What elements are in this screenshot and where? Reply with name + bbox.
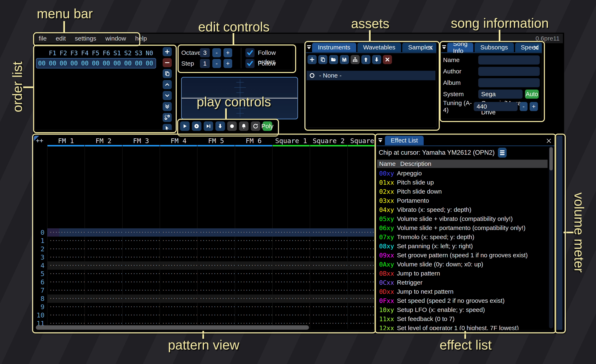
- move-up-button[interactable]: [361, 55, 370, 64]
- empty-pattern-cell[interactable]: ·············: [274, 262, 311, 270]
- move-down-button[interactable]: [372, 55, 381, 64]
- empty-pattern-cell[interactable]: ·············: [124, 294, 161, 303]
- empty-pattern-cell[interactable]: ·············: [350, 253, 375, 262]
- empty-pattern-cell[interactable]: ·············: [237, 278, 273, 286]
- tab-effect-list[interactable]: Effect List: [385, 136, 424, 145]
- order-column-S2[interactable]: S2: [122, 49, 133, 57]
- tab-wavetables[interactable]: Wavetables: [358, 43, 401, 52]
- empty-pattern-cell[interactable]: ·············: [87, 311, 123, 319]
- empty-pattern-cell[interactable]: ·············: [237, 311, 273, 319]
- effect-row-0Axy[interactable]: 0AxyVolume slide (0y: down; x0: up): [377, 260, 547, 269]
- empty-pattern-cell[interactable]: ·············: [162, 245, 198, 253]
- metronome-button[interactable]: [239, 121, 249, 131]
- empty-pattern-cell[interactable]: ·············: [350, 262, 375, 270]
- effect-row-05xy[interactable]: 05xyVolume slide + vibrato (compatibilit…: [377, 214, 547, 223]
- empty-pattern-cell[interactable]: ·············: [199, 286, 236, 294]
- empty-pattern-cell[interactable]: ·············: [162, 228, 198, 237]
- channel-header-fm-6[interactable]: FM 6: [235, 137, 272, 145]
- order-list-selected-row[interactable]: 0000000000000000000000: [36, 58, 156, 68]
- pattern-row[interactable]: 2·······································…: [34, 245, 374, 253]
- empty-pattern-cell[interactable]: ·············: [49, 303, 85, 311]
- empty-pattern-cell[interactable]: ·············: [312, 286, 348, 294]
- empty-pattern-cell[interactable]: ·············: [312, 245, 348, 253]
- empty-pattern-cell[interactable]: ·············: [237, 303, 273, 311]
- empty-pattern-cell[interactable]: ·············: [237, 294, 273, 303]
- menu-item-help[interactable]: help: [135, 35, 147, 42]
- empty-pattern-cell[interactable]: ·············: [274, 311, 311, 319]
- tuning-plus-button[interactable]: +: [529, 102, 538, 111]
- effect-row-00xy[interactable]: 00xyArpeggio: [377, 169, 547, 178]
- menu-item-settings[interactable]: settings: [75, 35, 96, 42]
- play-pattern-button[interactable]: [192, 121, 201, 131]
- pattern-row[interactable]: 1·······································…: [34, 237, 374, 245]
- empty-pattern-cell[interactable]: ·············: [49, 237, 85, 245]
- instrument-list-item[interactable]: - None -: [307, 71, 435, 80]
- effect-row-02xx[interactable]: 02xxPitch slide down: [377, 187, 547, 196]
- follow-orders-checkbox[interactable]: [246, 48, 254, 57]
- duplicate-order-button[interactable]: [163, 69, 172, 78]
- record-button[interactable]: [227, 121, 237, 131]
- effect-row-11xx[interactable]: 11xxSet feedback (0 to 7): [377, 314, 547, 323]
- empty-pattern-cell[interactable]: ·············: [350, 294, 375, 303]
- empty-pattern-cell[interactable]: ·············: [87, 303, 123, 311]
- empty-pattern-cell[interactable]: ·············: [87, 270, 123, 278]
- empty-pattern-cell[interactable]: ·············: [124, 237, 161, 245]
- octave-value[interactable]: 3: [200, 48, 210, 57]
- pattern-row[interactable]: 0·······································…: [34, 228, 374, 237]
- order-column-N0[interactable]: N0: [144, 49, 155, 57]
- remove-order-button[interactable]: [163, 58, 172, 67]
- add-instrument-button[interactable]: [307, 55, 317, 64]
- open-instrument-button[interactable]: [329, 55, 338, 64]
- order-column-F4[interactable]: F4: [80, 49, 90, 57]
- empty-pattern-cell[interactable]: ·············: [87, 228, 123, 237]
- empty-pattern-cell[interactable]: ·············: [274, 303, 311, 311]
- empty-pattern-cell[interactable]: ·············: [199, 294, 236, 303]
- play-button[interactable]: [180, 121, 190, 131]
- poly-button[interactable]: Poly: [263, 121, 272, 131]
- empty-pattern-cell[interactable]: ·············: [162, 286, 198, 294]
- author-field[interactable]: [478, 67, 540, 76]
- pattern-row[interactable]: 3·······································…: [34, 253, 374, 262]
- effect-row-06xy[interactable]: 06xyVolume slide + portamento (compatibi…: [377, 223, 547, 233]
- order-column-F5[interactable]: F5: [90, 49, 101, 57]
- channel-header-square-1[interactable]: Square 1: [272, 137, 310, 145]
- empty-pattern-cell[interactable]: ·············: [199, 228, 236, 237]
- order-column-F2[interactable]: F2: [58, 49, 69, 57]
- collapse-icon[interactable]: [306, 43, 312, 52]
- octave-minus-button[interactable]: -: [212, 48, 221, 57]
- channel-header-fm-3[interactable]: FM 3: [122, 137, 160, 145]
- pattern-row[interactable]: 4·······································…: [34, 262, 374, 270]
- effect-row-12xx[interactable]: 12xxSet level of operator 1 (0 highest, …: [377, 323, 547, 330]
- deep-clone-button[interactable]: [163, 113, 172, 122]
- effect-row-0Bxx[interactable]: 0BxxJump to pattern: [377, 269, 547, 278]
- empty-pattern-cell[interactable]: ·············: [237, 262, 273, 270]
- tuning-minus-button[interactable]: -: [520, 102, 528, 111]
- close-icon[interactable]: [545, 137, 552, 144]
- tab-subsongs[interactable]: Subsongs: [475, 43, 514, 52]
- collapse-icon[interactable]: [441, 43, 447, 52]
- empty-pattern-cell[interactable]: ·············: [274, 237, 311, 245]
- empty-pattern-cell[interactable]: ·············: [350, 237, 375, 245]
- order-cell[interactable]: 00: [101, 59, 112, 67]
- scrollbar-thumb[interactable]: [550, 147, 553, 170]
- empty-pattern-cell[interactable]: ·············: [312, 294, 348, 303]
- empty-pattern-cell[interactable]: ·············: [312, 253, 348, 262]
- empty-pattern-cell[interactable]: ·············: [124, 270, 161, 278]
- empty-pattern-cell[interactable]: ·············: [87, 237, 123, 245]
- effect-row-0Cxx[interactable]: 0CxxRetrigger: [377, 278, 547, 287]
- empty-pattern-cell[interactable]: ·············: [124, 262, 161, 270]
- empty-pattern-cell[interactable]: ·············: [162, 303, 198, 311]
- empty-pattern-cell[interactable]: ·············: [49, 294, 85, 303]
- order-column-S3[interactable]: S3: [133, 49, 144, 57]
- empty-pattern-cell[interactable]: ·············: [162, 262, 198, 270]
- empty-pattern-cell[interactable]: ·············: [312, 311, 348, 319]
- duplicate-instrument-button[interactable]: [318, 55, 327, 64]
- empty-pattern-cell[interactable]: ·············: [124, 311, 161, 319]
- empty-pattern-cell[interactable]: ·············: [312, 270, 348, 278]
- empty-pattern-cell[interactable]: ·············: [49, 311, 85, 319]
- empty-pattern-cell[interactable]: ·············: [124, 303, 161, 311]
- tab-song-info[interactable]: Song Info: [447, 43, 473, 52]
- empty-pattern-cell[interactable]: ·············: [49, 278, 85, 286]
- effect-row-01xx[interactable]: 01xxPitch slide up: [377, 178, 547, 187]
- empty-pattern-cell[interactable]: ·············: [350, 286, 375, 294]
